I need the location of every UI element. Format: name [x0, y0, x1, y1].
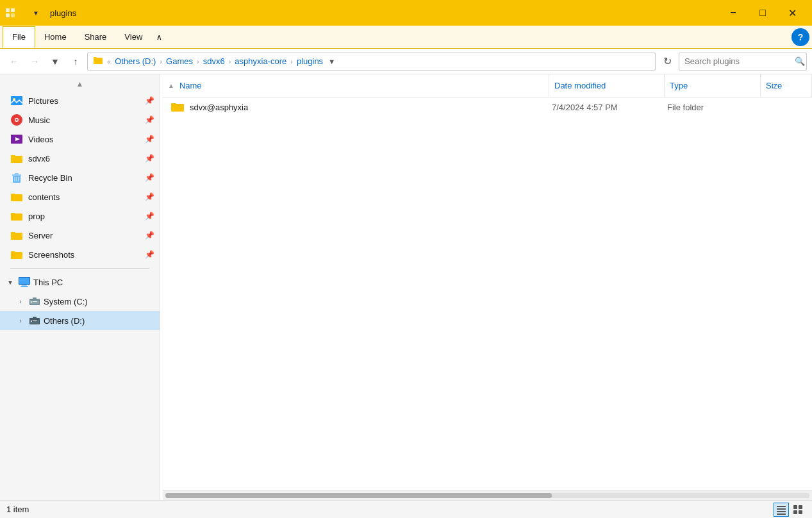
dropdown-tb-icon[interactable]: ▼: [31, 8, 41, 18]
refresh-button[interactable]: ↻: [658, 53, 676, 71]
tab-share[interactable]: Share: [76, 27, 116, 47]
pin-server-icon: 📌: [145, 231, 154, 240]
expand-system-c-icon[interactable]: ›: [15, 296, 26, 306]
help-button[interactable]: ?: [791, 28, 809, 46]
col-size-label: Size: [766, 81, 782, 90]
sidebar-item-music[interactable]: Music 📌: [0, 110, 160, 130]
col-header-date[interactable]: Date modified: [549, 74, 665, 97]
col-header-name[interactable]: ▲ Name: [163, 74, 549, 97]
title-bar: ▼ plugins − □ ✕: [0, 0, 812, 26]
view-toggle-buttons: [774, 503, 806, 517]
up-button[interactable]: ↑: [67, 53, 85, 71]
close-button[interactable]: ✕: [777, 0, 807, 26]
file-date-cell: 7/4/2024 4:57 PM: [547, 103, 662, 112]
horizontal-scrollbar[interactable]: [163, 490, 812, 500]
videos-icon: [10, 133, 23, 146]
sidebar-item-videos[interactable]: Videos 📌: [0, 130, 160, 149]
pin-prop-icon: 📌: [145, 212, 154, 221]
sidebar-item-server-label: Server: [28, 231, 140, 240]
address-arrow-2: ›: [197, 58, 199, 65]
tab-file[interactable]: File: [3, 26, 35, 48]
sidebar-item-sdvx6-label: sdvx6: [28, 154, 140, 163]
address-dropdown-icon[interactable]: ▼: [328, 58, 335, 65]
scrollbar-thumb[interactable]: [165, 493, 552, 498]
this-pc-icon: [18, 276, 31, 288]
address-part-drive[interactable]: Others (D:): [115, 56, 156, 66]
sidebar-item-contents-label: contents: [28, 192, 140, 202]
pin-music-icon: 📌: [145, 115, 154, 124]
scrollbar-track[interactable]: [165, 493, 809, 498]
music-icon: [10, 113, 23, 126]
recycle-bin-icon: [10, 171, 23, 184]
minimize-button[interactable]: −: [718, 0, 748, 26]
sort-arrow: ▲: [0, 77, 160, 91]
col-date-label: Date modified: [554, 81, 606, 90]
sidebar-item-sdvx6[interactable]: sdvx6 📌: [0, 149, 160, 168]
col-header-type[interactable]: Type: [665, 74, 761, 97]
maximize-button[interactable]: □: [748, 0, 777, 26]
forward-button[interactable]: →: [26, 53, 44, 71]
window-title: plugins: [50, 8, 715, 18]
svg-rect-38: [799, 505, 802, 509]
tree-item-others-d[interactable]: › Others (D:): [0, 311, 160, 330]
sidebar-item-prop[interactable]: prop 📌: [0, 206, 160, 226]
others-d-label: Others (D:): [44, 316, 85, 326]
tree-item-system-c[interactable]: › System (C:): [0, 292, 160, 311]
item-count-text: 1 item: [6, 505, 29, 514]
svg-rect-35: [777, 511, 786, 512]
svg-rect-26: [33, 297, 37, 299]
sidebar-item-server[interactable]: Server 📌: [0, 226, 160, 245]
table-row[interactable]: sdvx@asphyxia 7/4/2024 4:57 PM File fold…: [163, 97, 812, 117]
svg-point-29: [31, 321, 32, 322]
col-name-label: Name: [179, 81, 202, 90]
address-part-asphyxia[interactable]: asphyxia-core: [235, 56, 286, 66]
address-bar[interactable]: « Others (D:) › Games › sdvx6 › asphyxia…: [87, 53, 656, 71]
pictures-icon: [10, 94, 23, 107]
folder-contents-icon: [10, 190, 23, 203]
pin-contents-icon: 📌: [145, 192, 154, 201]
others-d-icon: [28, 314, 41, 327]
sidebar-item-screenshots[interactable]: Screenshots 📌: [0, 245, 160, 264]
this-pc-label: This PC: [33, 278, 63, 287]
address-sep-1: «: [107, 58, 111, 65]
sort-up-icon: ▲: [168, 82, 174, 89]
sidebar: ▲ Pictures 📌 Music: [0, 74, 160, 500]
recent-locations-button[interactable]: ▼: [46, 53, 64, 71]
address-folder-icon: [93, 56, 103, 67]
expand-others-d-icon[interactable]: ›: [15, 315, 26, 326]
tab-view[interactable]: View: [115, 27, 151, 47]
svg-rect-0: [6, 8, 10, 12]
svg-rect-19: [22, 285, 27, 286]
details-view-button[interactable]: [774, 503, 789, 517]
col-header-size[interactable]: Size: [761, 74, 812, 97]
ribbon: File Home Share View ∧ ?: [0, 26, 812, 49]
address-part-plugins[interactable]: plugins: [297, 56, 323, 66]
address-part-games[interactable]: Games: [166, 56, 193, 66]
sidebar-item-recycle-bin[interactable]: Recycle Bin 📌: [0, 168, 160, 187]
status-bar: 1 item: [0, 500, 812, 518]
sidebar-item-pictures-label: Pictures: [28, 96, 140, 106]
large-icons-view-button[interactable]: [790, 503, 806, 517]
title-bar-quick-icons: ▼: [5, 8, 41, 18]
address-arrow-4: ›: [290, 58, 293, 65]
tree-item-this-pc[interactable]: ▼ This PC: [0, 272, 160, 292]
file-name-cell: sdvx@asphyxia: [165, 101, 547, 114]
tab-home[interactable]: Home: [35, 27, 76, 47]
file-name: sdvx@asphyxia: [190, 103, 248, 112]
search-input[interactable]: [684, 56, 792, 66]
svg-rect-3: [11, 13, 15, 17]
file-type-cell: File folder: [662, 103, 758, 112]
ribbon-collapse-icon[interactable]: ∧: [154, 30, 165, 44]
expand-this-pc-icon[interactable]: ▼: [5, 277, 15, 287]
svg-rect-18: [19, 278, 29, 284]
pin-screenshots-icon: 📌: [145, 250, 154, 259]
back-button[interactable]: ←: [5, 53, 23, 71]
svg-rect-36: [777, 514, 786, 515]
sidebar-item-pictures[interactable]: Pictures 📌: [0, 91, 160, 110]
address-part-sdvx6[interactable]: sdvx6: [203, 56, 225, 66]
folder-screenshots-icon: [10, 248, 23, 261]
window-controls: − □ ✕: [718, 0, 807, 26]
search-box[interactable]: 🔍: [679, 53, 807, 71]
sidebar-item-contents[interactable]: contents 📌: [0, 187, 160, 206]
svg-rect-31: [29, 318, 40, 320]
